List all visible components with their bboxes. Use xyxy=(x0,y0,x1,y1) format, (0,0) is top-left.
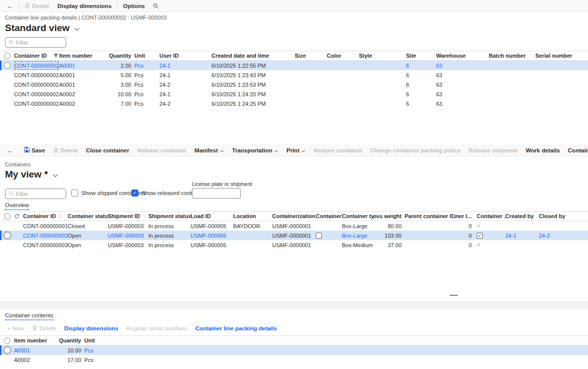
cell-quantity[interactable]: 10.00 xyxy=(59,345,84,355)
cell-warehouse[interactable]: 63 xyxy=(436,80,489,89)
cell-color[interactable] xyxy=(327,61,359,70)
container-lines-packing-details-button[interactable]: Container lines packing details xyxy=(564,147,588,153)
column-header-shipment-id[interactable]: Shipment ID xyxy=(108,212,148,221)
cell-closed-by[interactable] xyxy=(539,221,588,231)
cell-size[interactable] xyxy=(295,61,327,70)
cell-closed-by[interactable] xyxy=(539,240,588,250)
column-header-container-closed[interactable]: Container ... xyxy=(475,212,505,221)
cell-created[interactable]: 6/10/2025 1:24:25 PM xyxy=(212,99,295,108)
filter-funnel-icon[interactable] xyxy=(54,54,58,58)
cell-created[interactable]: 6/10/2025 1:23:53 PM xyxy=(212,80,295,89)
chevron-down-icon[interactable] xyxy=(74,23,80,34)
cell-quantity[interactable]: 10.00 xyxy=(106,89,134,99)
column-header-container-id[interactable]: Container ID xyxy=(14,51,59,60)
cell-shipment-status[interactable]: In process xyxy=(148,221,190,231)
cell-containerization-profile[interactable]: USMF-0000001 xyxy=(272,231,316,240)
cell-shipment-id[interactable]: USMF-000003 xyxy=(108,221,148,231)
cell-container-id[interactable]: CONT-000000003 xyxy=(23,240,68,250)
cell-warehouse[interactable]: 63 xyxy=(436,70,489,80)
column-header-closed-by[interactable]: Closed by xyxy=(539,212,588,221)
table-row[interactable]: A0001 10.00 Pcs xyxy=(0,345,588,355)
cell-gross-weight[interactable]: 80.00 xyxy=(373,221,405,231)
column-header-size[interactable]: Size xyxy=(295,51,327,60)
cell-shipment-id[interactable]: USMF-000003 xyxy=(108,231,148,240)
cell-container-status[interactable]: Closed xyxy=(68,221,108,231)
cell-unit[interactable]: Pcs xyxy=(134,89,159,99)
cell-item-number[interactable]: A0001 xyxy=(59,70,106,80)
cell-item-number[interactable]: A0001 xyxy=(14,345,59,355)
cell-color[interactable] xyxy=(327,99,359,108)
cell-parent-container-id[interactable] xyxy=(405,221,454,231)
cell-parent-container-id[interactable] xyxy=(405,240,454,250)
column-header-item-number[interactable]: Item number xyxy=(14,336,59,345)
table-row[interactable]: CONT-000000002 A0002 10.00 Pcs 24-1 6/10… xyxy=(0,89,588,99)
column-header-container-lines[interactable]: Container l... xyxy=(454,212,475,221)
change-container-packing-policy-button[interactable]: Change container packing policy xyxy=(366,147,465,153)
cell-unit[interactable]: Pcs xyxy=(134,70,159,80)
license-plate-input[interactable] xyxy=(192,188,241,199)
column-header-containerization-profile[interactable]: Containerization pr... xyxy=(272,212,316,221)
cell-container-id[interactable]: CONT-000000002 xyxy=(14,61,59,70)
column-header-load-id[interactable]: Load ID xyxy=(190,212,233,221)
cell-unit[interactable]: Pcs xyxy=(134,80,159,89)
checkbox-unchecked-icon[interactable] xyxy=(316,233,322,239)
table-row[interactable]: CONT-000000003 Open USMF-000003 In proce… xyxy=(0,240,588,250)
cell-batch-number[interactable] xyxy=(489,61,535,70)
cell-item-number[interactable]: A0001 xyxy=(59,61,106,70)
container-line-packing-details-button[interactable]: Container line packing details xyxy=(191,325,281,331)
table-row[interactable]: CONT-000000002 Open USMF-000003 In proce… xyxy=(0,231,588,240)
cell-container-lines[interactable]: 0 xyxy=(454,221,475,231)
column-header-site[interactable]: Site xyxy=(406,51,436,60)
cell-unit[interactable]: Pcs xyxy=(84,355,110,364)
cell-load-id[interactable]: USMF-000005 xyxy=(190,221,233,231)
cell-batch-number[interactable] xyxy=(489,70,535,80)
cell-container-id[interactable]: CONT-000000002 xyxy=(14,99,59,108)
cell-item-number[interactable]: A0002 xyxy=(59,99,106,108)
column-header-container-flag[interactable]: Container ... xyxy=(316,212,342,221)
cell-container-id[interactable]: CONT-000000002 xyxy=(14,80,59,89)
manifest-menu-button[interactable]: Manifest xyxy=(190,147,228,153)
delete-button[interactable]: Delete xyxy=(28,325,60,332)
cell-color[interactable] xyxy=(327,80,359,89)
checkbox-checked-icon[interactable]: ✓ xyxy=(477,233,483,239)
table-row[interactable]: A0002 17.00 Pcs xyxy=(0,355,588,364)
cell-parent-container-id[interactable] xyxy=(405,231,454,240)
register-serial-numbers-button[interactable]: Register serial numbers xyxy=(122,325,191,331)
chevron-down-icon[interactable] xyxy=(53,169,58,180)
cell-item-number[interactable]: A0001 xyxy=(59,80,106,89)
cell-site[interactable]: 6 xyxy=(406,80,436,89)
column-header-unit[interactable]: Unit xyxy=(134,51,159,60)
display-dimensions-button[interactable]: Display dimensions xyxy=(54,3,116,9)
column-header-parent-container-id[interactable]: Parent container ID xyxy=(405,212,454,221)
cell-style[interactable] xyxy=(359,99,406,108)
cell-container-flag[interactable] xyxy=(316,231,342,240)
tab-container-contents[interactable]: Container contents xyxy=(5,312,54,320)
cell-batch-number[interactable] xyxy=(489,99,535,108)
column-header-created[interactable]: Created date and time xyxy=(212,51,295,60)
select-all-radio[interactable] xyxy=(4,213,11,220)
column-header-unit[interactable]: Unit xyxy=(84,336,110,345)
table-row[interactable]: CONT-000000002 A0001 5.00 Pcs 24-1 6/10/… xyxy=(0,70,588,80)
column-header-style[interactable]: Style xyxy=(359,51,406,60)
cell-container-lines[interactable]: 0 xyxy=(454,231,475,240)
cell-serial-number[interactable] xyxy=(535,89,588,99)
column-header-serial-number[interactable]: Serial number xyxy=(535,51,588,60)
delete-button[interactable]: Delete xyxy=(49,147,82,154)
bottom-filter-input[interactable] xyxy=(16,191,63,197)
cell-containerization-profile[interactable]: USMF-0000001 xyxy=(272,221,316,231)
cell-shipment-id[interactable]: USMF-000003 xyxy=(108,240,148,250)
checkbox-checked-icon[interactable]: ✓ xyxy=(131,190,138,197)
column-header-shipment-status[interactable]: Shipment status xyxy=(148,212,190,221)
cell-serial-number[interactable] xyxy=(535,99,588,108)
cell-style[interactable] xyxy=(359,61,406,70)
cell-site[interactable]: 6 xyxy=(406,70,436,80)
table-row[interactable]: CONT-000000001 Closed USMF-000003 In pro… xyxy=(0,221,588,231)
print-menu-button[interactable]: Print xyxy=(282,147,309,153)
cell-container-id[interactable]: CONT-000000002 xyxy=(23,231,68,240)
column-header-item-number[interactable]: Item number xyxy=(59,51,106,60)
reopen-container-button[interactable]: Reopen container xyxy=(309,147,366,153)
cell-batch-number[interactable] xyxy=(489,80,535,89)
cell-container-status[interactable]: Open xyxy=(68,231,108,240)
tab-overview[interactable]: Overview xyxy=(5,202,29,210)
cell-created-by[interactable]: 24-1 xyxy=(505,231,539,240)
